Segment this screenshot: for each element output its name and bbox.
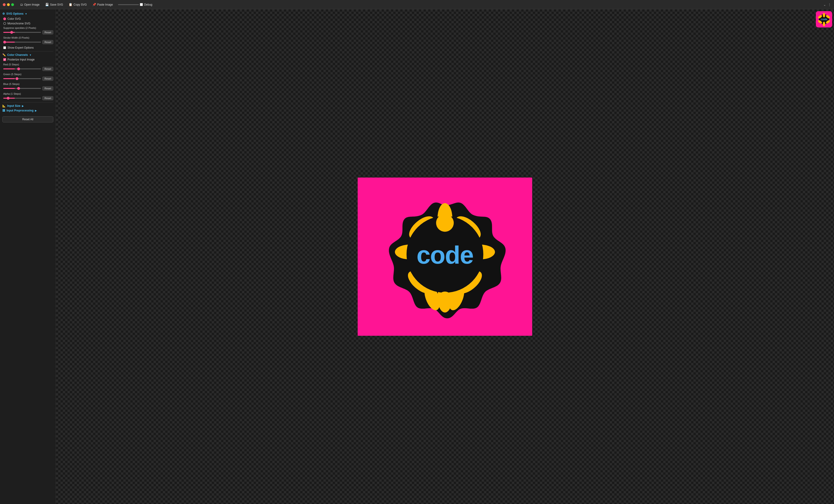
svg-text:code: code xyxy=(417,241,473,269)
color-channels-section: ✏️ Color Channels ▼ Posterize Input Imag… xyxy=(2,53,53,100)
zoom-slider-container xyxy=(118,4,139,5)
red-reset-button[interactable]: Reset xyxy=(42,67,53,71)
more-options-icon[interactable]: ⋮ xyxy=(828,3,831,6)
suppress-speckles-slider[interactable] xyxy=(3,32,41,33)
debug-label: Debug xyxy=(144,3,152,6)
svg-options-arrow: ▼ xyxy=(25,13,27,15)
svg-options-header[interactable]: ⚙ SVG Options ▼ xyxy=(2,12,53,15)
debug-checkbox-container[interactable]: Debug xyxy=(140,3,152,6)
paste-image-label: Paste Image xyxy=(97,3,113,6)
posterize-checkbox[interactable] xyxy=(3,58,6,61)
input-size-label: Input Size xyxy=(7,104,20,108)
alpha-label: Alpha (1 Steps) xyxy=(2,92,53,95)
paste-icon: 📌 xyxy=(92,3,96,6)
input-preprocessing-header[interactable]: 🖼 Input Preprocessing ▶ xyxy=(2,109,53,112)
minimize-button[interactable] xyxy=(7,3,10,6)
titlebar: 🗂 Open Image 💾 Save SVG 📋 Copy SVG 📌 Pas… xyxy=(0,0,834,9)
suppress-speckles-row: Reset xyxy=(2,30,53,35)
svg-point-19 xyxy=(823,22,825,26)
green-section: Green (5 Steps) Reset xyxy=(2,73,53,81)
color-svg-option[interactable]: Color SVG xyxy=(2,17,53,20)
stroke-width-row: Reset xyxy=(2,40,53,44)
blue-row: Reset xyxy=(2,86,53,90)
stroke-width-section: Stroke Width (0 Pixels) Reset xyxy=(2,36,53,44)
svg-text:code: code xyxy=(821,18,827,21)
processing-icon: 🖼 xyxy=(2,109,5,112)
stroke-width-slider[interactable] xyxy=(3,42,41,43)
open-image-label: Open Image xyxy=(24,3,40,6)
input-preprocessing-arrow: ▶ xyxy=(35,109,37,112)
input-size-section: 📐 Input Size ▶ xyxy=(2,104,53,108)
green-reset-button[interactable]: Reset xyxy=(42,76,53,81)
color-svg-radio[interactable] xyxy=(3,18,6,20)
blue-reset-button[interactable]: Reset xyxy=(42,86,53,90)
stroke-width-label: Stroke Width (0 Pixels) xyxy=(2,36,53,39)
zoom-slider[interactable] xyxy=(118,4,139,5)
svg-options-section: ⚙ SVG Options ▼ Color SVG Monochrome SVG… xyxy=(2,12,53,49)
save-svg-button[interactable]: 💾 Save SVG xyxy=(43,2,65,7)
ruler-icon: 📐 xyxy=(2,104,6,108)
pencil-icon: ✏️ xyxy=(2,53,6,57)
input-preprocessing-section: 🖼 Input Preprocessing ▶ xyxy=(2,109,53,112)
color-channels-label: Color Channels xyxy=(7,53,28,57)
green-label: Green (5 Steps) xyxy=(2,73,53,75)
red-row: Reset xyxy=(2,67,53,71)
thumbnail-preview: code xyxy=(816,11,832,27)
thumbnail-svg: code xyxy=(817,12,831,26)
monochrome-svg-label: Monochrome SVG xyxy=(7,22,30,25)
show-expert-options-row[interactable]: Show Expert Options xyxy=(2,46,53,49)
posterize-label: Posterize Input Image xyxy=(7,58,35,61)
red-slider[interactable] xyxy=(3,68,41,69)
image-canvas: code xyxy=(358,178,532,336)
input-preprocessing-label: Input Preprocessing xyxy=(6,109,34,112)
color-svg-label: Color SVG xyxy=(7,17,21,20)
red-section: Red (5 Steps) Reset xyxy=(2,63,53,71)
divider-1 xyxy=(2,51,53,51)
svg-point-16 xyxy=(823,13,825,18)
show-expert-options-label: Show Expert Options xyxy=(7,46,34,49)
posterize-row[interactable]: Posterize Input Image xyxy=(2,58,53,61)
monochrome-svg-radio[interactable] xyxy=(3,22,6,25)
alpha-slider[interactable] xyxy=(3,98,41,98)
copy-icon: 📋 xyxy=(69,3,72,6)
debug-checkbox[interactable] xyxy=(140,3,143,6)
alpha-section: Alpha (1 Steps) Reset xyxy=(2,92,53,100)
red-label: Red (5 Steps) xyxy=(2,63,53,66)
chevron-down-icon[interactable]: ⌄ xyxy=(823,3,826,6)
svg-point-13 xyxy=(438,291,452,306)
green-row: Reset xyxy=(2,76,53,81)
svg-options-label: SVG Options xyxy=(6,12,23,15)
suppress-speckles-section: Suppress speckles (2 Pixels) Reset xyxy=(2,26,53,35)
blue-label: Blue (5 Steps) xyxy=(2,83,53,85)
save-icon: 💾 xyxy=(45,3,49,6)
save-svg-label: Save SVG xyxy=(50,3,63,6)
titlebar-right: ⌄ ⋮ xyxy=(823,3,831,6)
suppress-speckles-reset-button[interactable]: Reset xyxy=(42,30,53,35)
color-channels-arrow: ▼ xyxy=(29,54,32,56)
paste-image-button[interactable]: 📌 Paste Image xyxy=(90,2,115,7)
titlebar-actions: 🗂 Open Image 💾 Save SVG 📋 Copy SVG 📌 Pas… xyxy=(18,2,819,7)
alpha-row: Reset xyxy=(2,96,53,100)
blue-slider[interactable] xyxy=(3,88,41,89)
green-slider[interactable] xyxy=(3,78,41,79)
artwork-svg: code xyxy=(380,192,510,322)
main-layout: ⚙ SVG Options ▼ Color SVG Monochrome SVG… xyxy=(0,9,834,504)
sliders-icon: ⚙ xyxy=(2,12,5,15)
suppress-speckles-label: Suppress speckles (2 Pixels) xyxy=(2,26,53,29)
copy-svg-button[interactable]: 📋 Copy SVG xyxy=(66,2,89,7)
reset-all-button[interactable]: Reset All xyxy=(2,116,53,123)
show-expert-options-checkbox[interactable] xyxy=(3,46,6,49)
close-button[interactable] xyxy=(3,3,5,6)
input-size-header[interactable]: 📐 Input Size ▶ xyxy=(2,104,53,108)
color-channels-header[interactable]: ✏️ Color Channels ▼ xyxy=(2,53,53,57)
canvas-area: code code xyxy=(56,9,834,504)
open-image-button[interactable]: 🗂 Open Image xyxy=(18,2,42,7)
alpha-reset-button[interactable]: Reset xyxy=(42,96,53,100)
input-size-arrow: ▶ xyxy=(22,105,24,107)
blue-section: Blue (5 Steps) Reset xyxy=(2,83,53,90)
svg-point-12 xyxy=(436,214,454,232)
stroke-width-reset-button[interactable]: Reset xyxy=(42,40,53,44)
monochrome-svg-option[interactable]: Monochrome SVG xyxy=(2,22,53,25)
maximize-button[interactable] xyxy=(11,3,14,6)
copy-svg-label: Copy SVG xyxy=(73,3,87,6)
